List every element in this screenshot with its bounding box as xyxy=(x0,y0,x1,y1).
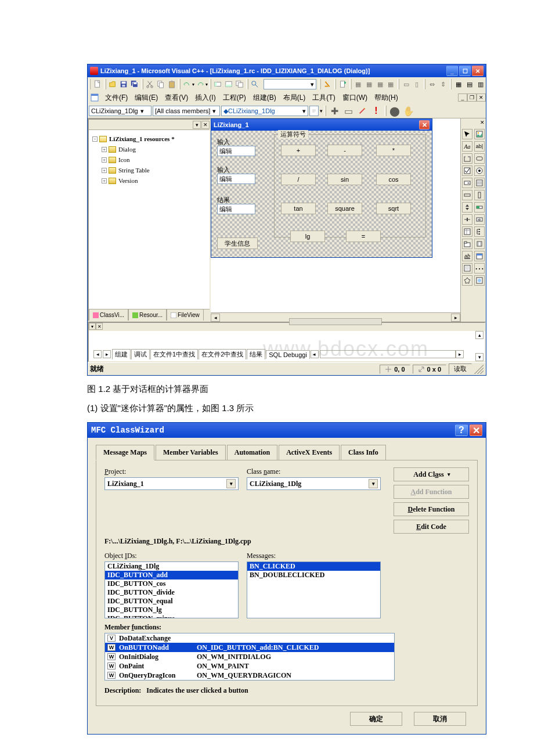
goto-source-icon[interactable] xyxy=(309,106,319,116)
tree-node-version[interactable]: Version xyxy=(118,175,138,186)
tabctrl-icon[interactable] xyxy=(462,239,472,249)
tab-results[interactable]: 结果 xyxy=(247,349,265,359)
button-minus[interactable]: - xyxy=(327,145,362,156)
list-item[interactable]: IDC_BUTTON_minus xyxy=(105,614,238,618)
button-square[interactable]: square xyxy=(327,203,362,214)
same-height-icon[interactable]: ▯ xyxy=(412,78,422,90)
richedit-icon[interactable]: ab xyxy=(462,251,472,261)
resize-grip-icon[interactable] xyxy=(474,365,484,374)
copy-icon[interactable] xyxy=(156,78,166,90)
menu-layout[interactable]: 布局(L) xyxy=(280,92,309,104)
find-icon[interactable] xyxy=(323,78,333,90)
panel-close-icon[interactable]: ✕ xyxy=(201,121,210,129)
tab-build[interactable]: 组建 xyxy=(112,349,131,359)
tree-node-string[interactable]: String Table xyxy=(118,165,150,175)
checkbox-icon[interactable] xyxy=(462,165,472,176)
expand-icon[interactable]: + xyxy=(102,157,107,163)
tree-root[interactable]: LiZixiang_1 resources * xyxy=(109,134,175,144)
groupbox-icon[interactable] xyxy=(462,153,472,164)
object-ids-list[interactable]: CLiZixiang_1DlgIDC_BUTTON_addIDC_BUTTON_… xyxy=(104,561,239,618)
radio-icon[interactable] xyxy=(474,165,485,176)
listctrl-icon[interactable] xyxy=(462,226,472,237)
list-item[interactable]: IDC_BUTTON_lg xyxy=(105,606,238,614)
list-item[interactable]: WOnPaintON_WM_PAINT xyxy=(105,661,394,671)
tab-fileview[interactable]: FileView xyxy=(167,309,204,321)
guides-icon[interactable]: ▤ xyxy=(464,78,474,90)
tab-nav-left-icon[interactable]: ◂ xyxy=(93,350,102,358)
combobox-icon[interactable] xyxy=(462,178,472,188)
list-item[interactable]: IDC_BUTTON_equal xyxy=(105,597,238,606)
space-down-icon[interactable]: ⇕ xyxy=(438,78,448,90)
button-sin[interactable]: sin xyxy=(327,174,362,185)
save-icon[interactable] xyxy=(119,78,129,90)
tab-find2[interactable]: 在文件2中查找 xyxy=(199,349,246,359)
monthcal-icon[interactable] xyxy=(462,263,472,273)
tab-scroll-right-icon[interactable]: ▸ xyxy=(456,350,464,358)
output-icon[interactable] xyxy=(224,78,234,90)
wizard-new-form-icon[interactable]: ▭ xyxy=(342,105,355,117)
project-combo[interactable]: LiZixiang_1▾ xyxy=(104,477,239,490)
same-width-icon[interactable]: ▭ xyxy=(401,78,411,90)
scroll-right-icon[interactable]: ▸ xyxy=(451,314,460,322)
edit-field-1[interactable]: 编辑 xyxy=(217,146,255,156)
pointer-icon[interactable] xyxy=(462,129,472,139)
window-list-icon[interactable] xyxy=(234,78,244,90)
hscrollbar-icon[interactable] xyxy=(462,190,472,200)
treectrl-icon[interactable] xyxy=(474,226,485,237)
cw-titlebar[interactable]: MFC ClassWizard ? ✕ xyxy=(88,423,486,438)
expand-icon[interactable]: + xyxy=(102,178,107,183)
undo-icon[interactable] xyxy=(182,78,192,90)
tab-sql[interactable]: SQL Debuggi xyxy=(266,350,310,359)
slider-icon[interactable] xyxy=(462,214,472,225)
help-button[interactable]: ? xyxy=(455,424,468,436)
space-across-icon[interactable]: ⇔ xyxy=(427,78,437,90)
paste-icon[interactable] xyxy=(167,78,176,90)
breakpoint-icon[interactable]: ⬤ xyxy=(388,105,401,117)
panel-collapse-icon[interactable]: ▾ xyxy=(193,121,201,129)
tab-classview[interactable]: ClassVi... xyxy=(89,309,128,321)
edit-field-result[interactable]: 编辑 xyxy=(217,204,255,214)
tab-debug[interactable]: 调试 xyxy=(131,349,150,359)
output-scroll-down-icon[interactable]: ▾ xyxy=(475,353,484,361)
tab-find1[interactable]: 在文件1中查找 xyxy=(150,349,198,359)
collapse-icon[interactable]: - xyxy=(92,136,98,142)
tab-nav-right-icon[interactable]: ▸ xyxy=(103,350,111,358)
tab-activex[interactable]: ActiveX Events xyxy=(279,445,340,460)
menu-build[interactable]: 组建(B) xyxy=(250,92,280,104)
list-item[interactable]: WOnInitDialogON_WM_INITDIALOG xyxy=(105,652,394,661)
edit-code-button[interactable]: Edit Code xyxy=(394,520,469,534)
mdi-close-button[interactable]: ✕ xyxy=(477,93,486,102)
list-item[interactable]: IDC_BUTTON_divide xyxy=(105,588,238,597)
hand-icon[interactable]: ✋ xyxy=(402,105,415,117)
redo-icon[interactable] xyxy=(195,78,205,90)
custom-icon[interactable] xyxy=(462,275,472,286)
bookmark-icon[interactable] xyxy=(338,78,348,90)
button-add[interactable]: + xyxy=(281,145,316,156)
messages-list[interactable]: BN_CLICKEDBN_DOUBLECLICKED xyxy=(247,561,381,618)
static-text-icon[interactable]: Aa xyxy=(462,141,472,152)
list-item[interactable]: CLiZixiang_1Dlg xyxy=(105,562,238,571)
titlebar[interactable]: LiZixiang_1 - Microsoft Visual C++ - [Li… xyxy=(88,64,486,77)
list-item[interactable]: IDC_BUTTON_add xyxy=(105,571,238,579)
classname-combo[interactable]: CLiZixiang_1Dlg▾ xyxy=(247,477,381,490)
menu-tools[interactable]: 工具(T) xyxy=(309,92,338,104)
close-button[interactable]: ✕ xyxy=(472,66,484,76)
list-item[interactable]: WOnBUTTONaddON_IDC_BUTTON_add:BN_CLICKED xyxy=(105,643,394,652)
output-scroll-up-icon[interactable]: ▴ xyxy=(475,331,484,339)
mdi-min-button[interactable]: _ xyxy=(458,93,467,102)
ipaddress-icon[interactable]: ⋯ xyxy=(474,263,485,273)
progress-icon[interactable] xyxy=(474,202,485,213)
wand-icon[interactable] xyxy=(356,105,369,117)
dialog-close-button[interactable]: ✕ xyxy=(419,120,430,129)
button-icon[interactable] xyxy=(474,153,485,164)
button-div[interactable]: / xyxy=(281,174,316,185)
expand-icon[interactable]: + xyxy=(102,168,107,173)
scroll-thumb[interactable] xyxy=(289,318,382,325)
button-tan[interactable]: tan xyxy=(281,203,316,214)
scroll-left-icon[interactable]: ◂ xyxy=(211,314,220,322)
tree-node-icon[interactable]: Icon xyxy=(118,154,130,165)
picture-icon[interactable] xyxy=(474,129,485,139)
hscrollbar[interactable]: ◂ ▸ xyxy=(211,312,460,322)
resource-tree[interactable]: -LiZixiang_1 resources * +Dialog +Icon +… xyxy=(89,130,210,309)
spin-icon[interactable] xyxy=(462,202,472,213)
